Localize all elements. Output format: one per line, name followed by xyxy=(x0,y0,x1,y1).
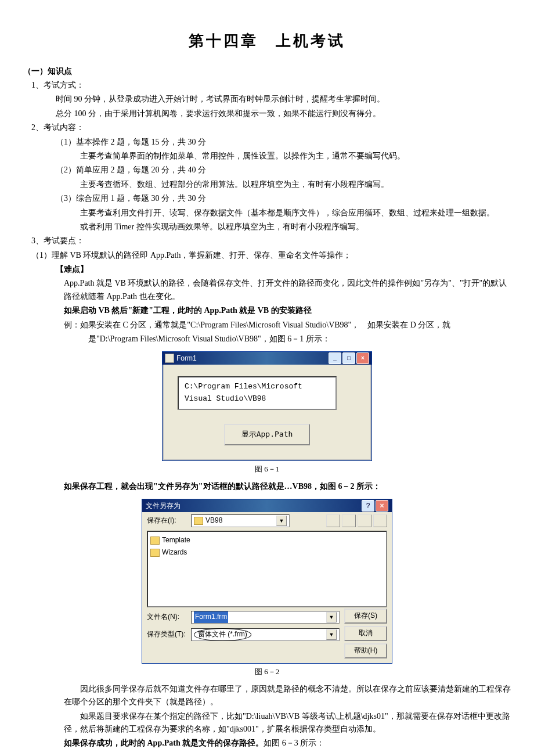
form1-titlebar[interactable]: Form1 _ □ × xyxy=(163,352,371,365)
item-2-heading: 2、考试内容： xyxy=(23,121,511,134)
saveas-title: 文件另存为 xyxy=(146,499,181,512)
folder-icon xyxy=(150,537,160,545)
item-2-sub3-desc-2: 或者利用 Timer 控件实现动画效果等。以程序填空为主，有时有小段程序编写。 xyxy=(23,221,511,233)
figure-6-2: 文件另存为 ? × 保存在(I): VB98 ▼ Templa xyxy=(23,499,511,664)
item-1-heading: 1、考试方式： xyxy=(23,79,511,92)
paragraph-after-fig2-1: 因此很多同学保存后就不知道文件存在哪里了，原因就是路径的概念不清楚。所以在保存之… xyxy=(23,683,511,709)
close-icon[interactable]: × xyxy=(376,500,388,512)
folder-icon xyxy=(194,517,203,525)
show-app-path-button[interactable]: 显示App.Path xyxy=(224,424,311,445)
bold-note-2-tail: 如图 6－3 所示： xyxy=(264,739,324,747)
list-item[interactable]: Wizards xyxy=(150,546,384,559)
help-button[interactable]: 帮助(H) xyxy=(344,643,387,658)
example-1a: 例：如果安装在 C 分区，通常就是"C:\Program Files\Micro… xyxy=(23,319,511,332)
figure-6-1: Form1 _ □ × C:\Program Files\Microsoft V… xyxy=(23,351,511,460)
chapter-title: 第十四章 上机考试 xyxy=(23,29,511,53)
section-1-heading: （一）知识点 xyxy=(23,65,511,78)
saveas-titlebar[interactable]: 文件另存为 ? × xyxy=(142,499,392,512)
chevron-down-icon[interactable]: ▼ xyxy=(326,612,337,622)
difficulty-heading: 【难点】 xyxy=(23,263,511,276)
list-item-label: Template xyxy=(162,535,190,546)
file-list-area[interactable]: Template Wizards xyxy=(147,531,387,607)
item-2-sub1-desc: 主要考查简单界面的制作如菜单、常用控件，属性设置。以操作为主，通常不要编写代码。 xyxy=(23,150,511,163)
view-menu-button[interactable] xyxy=(373,514,387,527)
bold-note-2: 如果保存成功，此时的 App.Path 就是文件的保存路径。如图 6－3 所示： xyxy=(23,737,511,750)
chevron-down-icon[interactable]: ▼ xyxy=(276,516,287,526)
bold-note-1: 如果启动 VB 然后"新建"工程，此时的 App.Path 就是 VB 的安装路… xyxy=(23,304,511,317)
form1-title: Form1 xyxy=(176,352,197,365)
close-icon[interactable]: × xyxy=(356,352,369,364)
minimize-icon[interactable]: _ xyxy=(329,352,341,364)
paragraph-after-fig2-2: 如果题目要求保存在某个指定的路径下，比如"D:\liuah\VB\VB 等级考试… xyxy=(23,710,511,736)
maximize-icon[interactable]: □ xyxy=(342,352,355,364)
list-item[interactable]: Template xyxy=(150,534,384,546)
back-button[interactable] xyxy=(326,514,340,527)
textbox-line-1: C:\Program Files\Microsoft xyxy=(185,381,330,393)
list-item-label: Wizards xyxy=(162,547,187,558)
form-icon xyxy=(165,354,174,363)
filename-value: Form1.frm xyxy=(194,611,228,622)
item-1-line-1: 时间 90 分钟，从登录成功进入开始计时，考试界面有时钟显示倒计时，提醒考生掌握… xyxy=(23,93,511,106)
save-in-value: VB98 xyxy=(205,515,222,526)
item-2-sub2: （2）简单应用 2 题，每题 20 分，共 40 分 xyxy=(23,164,511,177)
item-3-heading: 3、考试要点： xyxy=(23,235,511,247)
item-2-sub2-desc: 主要考查循环、数组、过程部分的常用算法。以程序填空为主，有时有小段程序编写。 xyxy=(23,178,511,191)
filetype-label: 保存类型(T): xyxy=(147,629,187,640)
item-2-sub3: （3）综合应用 1 题，每题 30 分，共 30 分 xyxy=(23,192,511,205)
difficulty-para-1: App.Path 就是 VB 环境默认的路径，会随着保存文件、打开文件的路径而变… xyxy=(23,277,511,303)
item-2-sub1: （1）基本操作 2 题，每题 15 分，共 30 分 xyxy=(23,136,511,149)
filetype-value: 窗体文件 (*.frm) xyxy=(194,628,251,640)
up-folder-button[interactable] xyxy=(342,514,356,527)
bold-note-2-strong: 如果保存成功，此时的 App.Path 就是文件的保存路径。 xyxy=(64,739,264,747)
filename-label: 文件名(N): xyxy=(147,611,187,622)
figure-6-1-caption: 图 6－1 xyxy=(23,463,511,476)
item-2-sub3-desc-1: 主要考查利用文件打开、读写、保存数据文件（基本都是顺序文件），综合应用循环、数组… xyxy=(23,207,511,219)
chevron-down-icon[interactable]: ▼ xyxy=(326,629,337,640)
figure-6-2-caption: 图 6－2 xyxy=(23,666,511,678)
app-path-textbox[interactable]: C:\Program Files\Microsoft Visual Studio… xyxy=(178,376,337,410)
save-in-label: 保存在(I): xyxy=(147,515,187,526)
cancel-button[interactable]: 取消 xyxy=(344,626,387,641)
save-button[interactable]: 保存(S) xyxy=(344,609,387,624)
folder-icon xyxy=(150,549,160,557)
filename-input[interactable]: Form1.frm ▼ xyxy=(191,611,340,624)
save-in-dropdown[interactable]: VB98 ▼ xyxy=(191,514,290,527)
help-icon[interactable]: ? xyxy=(362,500,374,512)
new-folder-button[interactable] xyxy=(358,514,371,527)
item-3-line-1: （1）理解 VB 环境默认的路径即 App.Path，掌握新建、打开、保存、重命… xyxy=(23,249,511,262)
textbox-line-2: Visual Studio\VB98 xyxy=(185,393,330,405)
item-1-line-2: 总分 100 分，由于采用计算机阅卷，要求运行效果和提示一致，如果不能运行则没有… xyxy=(23,107,511,120)
filetype-dropdown[interactable]: 窗体文件 (*.frm) ▼ xyxy=(191,628,340,641)
after-fig1-text: 如果保存工程，就会出现"文件另存为"对话框的默认路径就是…VB98，如图 6－2… xyxy=(23,480,511,493)
example-1b: 是"D:\Program Files\Microsoft Visual Stud… xyxy=(23,333,511,345)
